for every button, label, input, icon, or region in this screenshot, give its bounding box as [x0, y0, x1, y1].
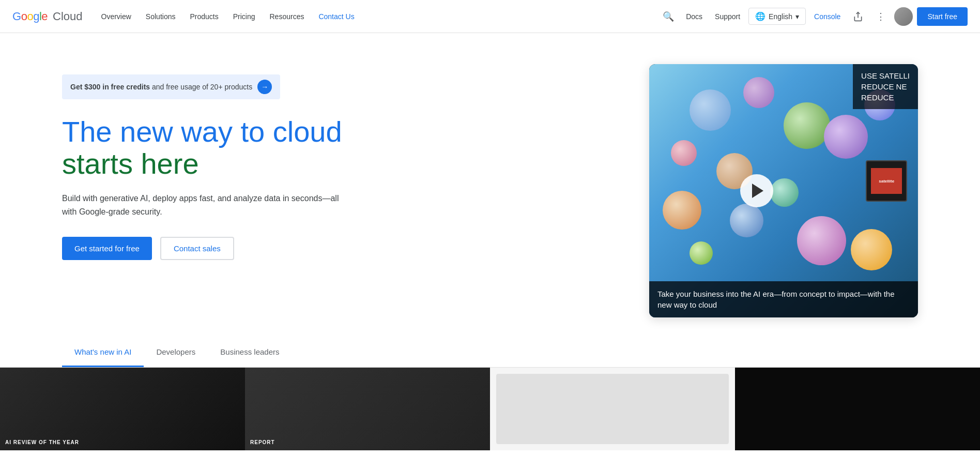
- user-avatar[interactable]: [894, 7, 913, 26]
- google-logo: Google: [12, 10, 48, 23]
- nav-links: Overview Solutions Products Pricing Reso…: [95, 8, 660, 25]
- promo-text: Get $300 in free credits and free usage …: [70, 83, 252, 91]
- card-2-label: REPORT: [250, 439, 275, 445]
- hero-description: Build with generative AI, deploy apps fa…: [62, 192, 341, 218]
- bubble-10: [797, 216, 846, 265]
- bubble-6: [824, 115, 868, 159]
- card-4-image: [735, 368, 980, 450]
- video-caption: Take your business into the AI era—from …: [649, 281, 918, 317]
- promo-rest-text: and free usage of 20+ products: [150, 83, 252, 91]
- nav-pricing[interactable]: Pricing: [227, 8, 262, 25]
- promo-bold-text: Get $300 in free credits: [70, 83, 150, 91]
- bottom-cards: AI REVIEW OF THE YEAR REPORT: [0, 368, 980, 450]
- bubble-1: [690, 89, 731, 131]
- start-free-button[interactable]: Start free: [917, 7, 968, 26]
- hero-left: Get $300 in free credits and free usage …: [62, 64, 414, 260]
- share-button[interactable]: [849, 7, 867, 26]
- tab-developers[interactable]: Developers: [144, 338, 208, 367]
- card-1-label: AI REVIEW OF THE YEAR: [5, 439, 79, 445]
- support-link[interactable]: Support: [711, 8, 744, 25]
- bubble-3: [784, 102, 830, 149]
- card-3-image-placeholder: [496, 374, 729, 444]
- play-button[interactable]: [740, 174, 773, 207]
- card-4[interactable]: [735, 368, 980, 450]
- cloud-label: Cloud: [53, 10, 82, 23]
- video-overlay-text: USE SATELLIREDUCE NEREDUCE: [853, 64, 918, 109]
- nav-solutions[interactable]: Solutions: [140, 8, 182, 25]
- promo-banner[interactable]: Get $300 in free credits and free usage …: [62, 74, 280, 99]
- chevron-down-icon: ▾: [795, 12, 799, 21]
- bubble-4: [671, 140, 697, 166]
- navbar: Google Cloud Overview Solutions Products…: [0, 0, 980, 33]
- thumbnail-card[interactable]: satellite: [866, 160, 907, 202]
- docs-link[interactable]: Docs: [682, 8, 707, 25]
- search-icon: 🔍: [663, 11, 674, 22]
- tabs: What's new in AI Developers Business lea…: [62, 338, 918, 367]
- hero-section: Get $300 in free credits and free usage …: [0, 33, 980, 338]
- hero-title-green: starts here: [62, 147, 199, 180]
- thumbnail-image: satellite: [871, 168, 902, 194]
- card-1-image: [0, 368, 245, 450]
- bubble-9: [730, 204, 763, 237]
- hero-buttons: Get started for free Contact sales: [62, 237, 414, 260]
- card-1[interactable]: AI REVIEW OF THE YEAR: [0, 368, 245, 450]
- console-link[interactable]: Console: [810, 8, 845, 25]
- language-label: English: [769, 12, 792, 21]
- language-selector[interactable]: 🌐 English ▾: [748, 8, 806, 25]
- tab-business[interactable]: Business leaders: [208, 338, 292, 367]
- get-started-button[interactable]: Get started for free: [62, 237, 152, 260]
- tabs-section: What's new in AI Developers Business lea…: [0, 338, 980, 368]
- video-background: USE SATELLIREDUCE NEREDUCE satellite Tak…: [649, 64, 918, 317]
- contact-sales-button[interactable]: Contact sales: [160, 237, 234, 260]
- share-icon: [853, 11, 863, 22]
- bubble-2: [743, 77, 774, 108]
- nav-products[interactable]: Products: [183, 8, 224, 25]
- thumbnail-text: satellite: [879, 179, 894, 184]
- bubble-11: [690, 241, 713, 265]
- tab-ai[interactable]: What's new in AI: [62, 338, 144, 367]
- bubble-7: [770, 178, 799, 207]
- card-3[interactable]: [490, 368, 735, 450]
- nav-resources[interactable]: Resources: [264, 8, 311, 25]
- card-2[interactable]: REPORT: [245, 368, 490, 450]
- search-button[interactable]: 🔍: [659, 7, 678, 26]
- bubble-12: [851, 229, 892, 270]
- hero-right: USE SATELLIREDUCE NEREDUCE satellite Tak…: [649, 64, 918, 317]
- bubble-8: [663, 191, 701, 230]
- promo-arrow-icon: →: [257, 80, 272, 94]
- card-3-content: [490, 368, 735, 450]
- globe-icon: 🌐: [755, 11, 765, 21]
- logo-link[interactable]: Google Cloud: [12, 10, 83, 23]
- hero-title: The new way to cloud starts here: [62, 116, 414, 179]
- nav-overview[interactable]: Overview: [95, 8, 137, 25]
- more-options-button[interactable]: ⋮: [871, 7, 890, 26]
- nav-contact[interactable]: Contact Us: [312, 8, 360, 25]
- nav-right: 🔍 Docs Support 🌐 English ▾ Console ⋮ Sta…: [659, 7, 968, 26]
- play-triangle-icon: [752, 184, 763, 198]
- card-2-image: [245, 368, 490, 450]
- hero-title-blue: The new way to cloud: [62, 115, 342, 148]
- video-container[interactable]: USE SATELLIREDUCE NEREDUCE satellite Tak…: [649, 64, 918, 317]
